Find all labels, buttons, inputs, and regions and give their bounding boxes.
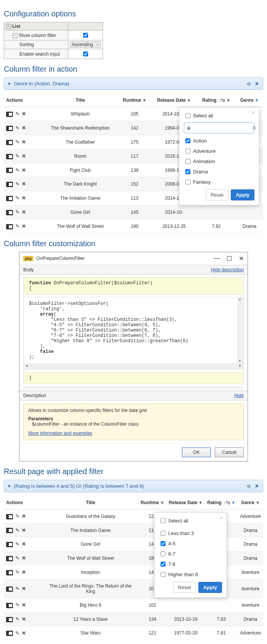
edit-icon[interactable] [15,209,19,215]
edit-icon[interactable] [15,153,19,159]
filter-option-check[interactable] [185,149,190,154]
disable-filter-icon[interactable]: ⊘ [247,483,251,489]
maximize-icon[interactable]: ☐ [227,255,232,262]
filter-option-check[interactable] [185,138,190,143]
view-icon[interactable] [6,210,13,215]
th-runtime[interactable]: Runtime▼ [118,94,151,107]
view-icon[interactable] [6,224,13,229]
filter-option-check[interactable] [161,531,166,536]
delete-icon[interactable] [22,153,26,159]
delete-icon[interactable] [22,555,26,561]
view-icon[interactable] [6,556,13,561]
view-icon[interactable] [6,617,13,622]
edit-icon[interactable] [15,111,19,117]
view-icon[interactable] [6,631,13,636]
th-title[interactable]: Title [43,94,118,107]
edit-icon[interactable] [15,223,19,229]
select-all-check[interactable] [161,518,166,523]
th-genre[interactable]: Genre▼ [236,94,263,107]
view-icon[interactable] [6,154,13,159]
view-icon[interactable] [6,542,13,547]
delete-icon[interactable] [22,569,26,575]
hide-link[interactable]: Hide [234,393,244,398]
edit-icon[interactable] [15,630,19,636]
clear-search-icon[interactable]: ✕ [252,125,256,131]
th-genre[interactable]: Genre▼ [238,496,263,509]
view-icon[interactable] [6,528,13,533]
edit-icon[interactable] [15,139,19,145]
delete-icon[interactable] [22,513,26,519]
view-icon[interactable] [6,112,13,117]
delete-icon[interactable] [22,181,26,187]
minimize-icon[interactable]: — [214,255,220,262]
th-release[interactable]: Release Date▼ [151,94,197,107]
edit-icon[interactable] [15,555,19,561]
view-icon[interactable] [6,168,13,173]
delete-icon[interactable] [22,602,26,608]
reset-button[interactable]: Reset [206,189,228,200]
delete-icon[interactable] [22,195,26,201]
delete-icon[interactable] [22,209,26,215]
reset-button[interactable]: Reset [173,582,196,593]
view-icon[interactable] [6,182,13,187]
filter-option-check[interactable] [185,159,190,164]
view-icon[interactable] [6,126,13,131]
delete-icon[interactable] [22,125,26,131]
select-all-check[interactable] [185,113,190,118]
disable-filter-icon[interactable]: ⊘ [247,81,251,87]
close-icon[interactable]: ✕ [239,255,244,262]
filter-option-check[interactable] [161,551,166,556]
ok-button[interactable]: OK [182,447,211,457]
code-body[interactable]: $columnFilter->setOptionsFor( 'rating', … [23,297,244,364]
apply-button[interactable]: Apply [198,582,222,593]
edit-icon[interactable] [15,527,19,533]
view-icon[interactable] [6,514,13,519]
filter-option-check[interactable] [161,572,166,577]
resize-grip[interactable] [23,386,244,389]
popup-close-icon[interactable]: × [220,515,223,521]
edit-icon[interactable] [15,541,19,547]
edit-icon[interactable] [15,195,19,201]
delete-icon[interactable] [22,111,26,117]
config-show-filter-check[interactable] [83,33,88,38]
edit-icon[interactable] [15,125,19,131]
config-sorting-select[interactable]: Ascending [70,42,101,48]
delete-icon[interactable] [22,616,26,622]
edit-icon[interactable] [15,181,19,187]
hide-description-link[interactable]: Hide description [211,267,244,272]
delete-icon[interactable] [22,541,26,547]
view-icon[interactable] [6,586,13,592]
delete-icon[interactable] [22,139,26,145]
clear-filter-icon[interactable]: ✕ [255,483,259,489]
delete-icon[interactable] [22,630,26,636]
edit-icon[interactable] [15,167,19,173]
more-info-link[interactable]: More information and examples [28,431,92,436]
filter-search-input[interactable] [187,125,252,131]
filter-option-check[interactable] [185,169,190,174]
vertical-scrollbar[interactable] [238,297,243,364]
edit-icon[interactable] [15,569,19,575]
clear-filter-icon[interactable]: ✕ [255,81,259,87]
view-icon[interactable] [6,570,13,575]
edit-icon[interactable] [15,513,19,519]
delete-icon[interactable] [22,527,26,533]
filter-option-check[interactable] [161,562,166,567]
th-runtime[interactable]: Runtime▼ [138,496,167,509]
edit-icon[interactable] [15,602,19,608]
filter-option-check[interactable] [185,179,190,184]
view-icon[interactable] [6,196,13,201]
delete-icon[interactable] [22,223,26,229]
filter-search-box[interactable]: ✕ [184,122,254,133]
th-rating[interactable]: Rating ↓ᴬᴢ▼ [197,94,236,107]
view-icon[interactable] [6,603,13,608]
th-release[interactable]: Release Date▼ [167,496,205,509]
popup-close-icon[interactable]: × [252,110,255,116]
horizontal-scrollbar[interactable] [23,364,244,370]
config-enable-search-check[interactable] [83,51,88,56]
delete-icon[interactable] [22,586,26,591]
filter-option-check[interactable] [161,541,166,546]
th-title[interactable]: Title [43,496,138,509]
view-icon[interactable] [6,140,13,145]
cancel-button[interactable]: Cancel [215,447,244,457]
edit-icon[interactable] [15,586,19,591]
